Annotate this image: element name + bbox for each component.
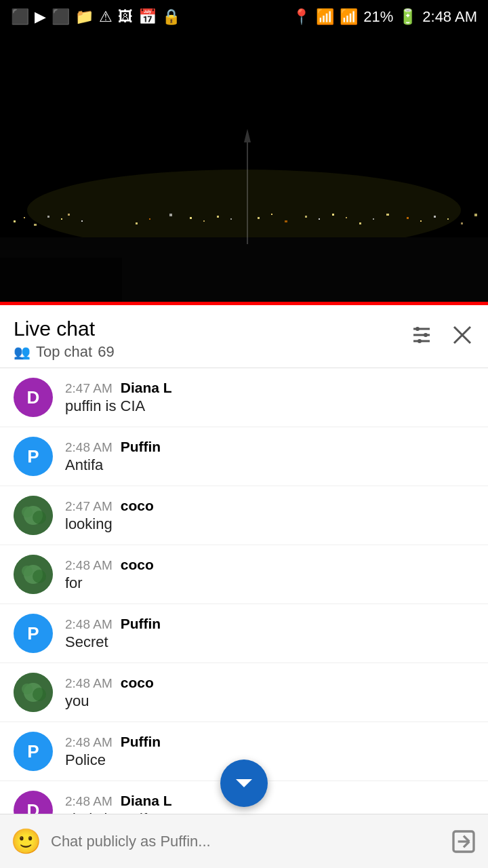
wifi-icon: 📶: [316, 8, 334, 26]
image-icon: 🖼: [118, 8, 133, 26]
svg-rect-36: [0, 302, 488, 305]
chat-title-section: Live chat 👥 Top chat 69: [14, 317, 115, 361]
message-author: Puffin: [121, 439, 161, 455]
svg-rect-34: [474, 214, 477, 216]
m-icon: ⬛: [52, 8, 70, 26]
chat-subtitle: 👥 Top chat 69: [14, 343, 115, 361]
svg-rect-21: [285, 220, 287, 222]
message-author: coco: [121, 498, 154, 514]
chat-title: Live chat: [14, 317, 115, 340]
svg-rect-7: [61, 218, 62, 220]
svg-rect-24: [332, 214, 334, 216]
message-text: puffin is CIA: [65, 397, 474, 415]
signal-icon: 📶: [340, 8, 358, 26]
chat-message: P 2:48 AM Puffin Secret: [0, 604, 488, 663]
avatar: D: [14, 378, 53, 417]
chat-message: D 2:47 AM Diana L puffin is CIA: [0, 368, 488, 427]
close-button[interactable]: [450, 323, 474, 347]
message-time: 2:48 AM: [65, 558, 113, 573]
svg-rect-31: [434, 216, 436, 218]
chat-input[interactable]: [51, 833, 441, 850]
message-meta: 2:48 AM Puffin: [65, 734, 474, 750]
chat-actions: [409, 317, 474, 347]
chat-message: 2:48 AM coco you: [0, 663, 488, 722]
emoji-icon: 🙂: [11, 827, 41, 856]
send-icon: [450, 828, 477, 855]
message-author: Puffin: [121, 734, 161, 750]
message-meta: 2:48 AM coco: [65, 675, 474, 691]
scroll-down-button[interactable]: [220, 760, 268, 807]
message-content: 2:47 AM Diana L puffin is CIA: [65, 380, 474, 415]
message-content: 2:48 AM Puffin Secret: [65, 616, 474, 651]
svg-rect-17: [217, 216, 219, 218]
close-icon: [450, 323, 474, 347]
svg-point-41: [424, 333, 428, 337]
svg-rect-22: [305, 216, 307, 218]
lock-icon: 🔒: [162, 8, 180, 26]
svg-rect-30: [420, 220, 422, 222]
message-content: 2:48 AM Puffin Police: [65, 734, 474, 769]
svg-point-52: [33, 570, 46, 583]
svg-point-51: [22, 566, 33, 576]
avatar: P: [14, 614, 53, 653]
message-author: Diana L: [121, 793, 172, 809]
message-meta: 2:47 AM coco: [65, 498, 474, 514]
folder-icon: 📁: [75, 8, 94, 26]
message-time: 2:48 AM: [65, 617, 113, 632]
message-time: 2:47 AM: [65, 381, 113, 396]
top-chat-label[interactable]: Top chat: [36, 343, 92, 361]
svg-rect-19: [258, 217, 260, 219]
message-author: coco: [121, 557, 154, 573]
message-text: Police: [65, 751, 474, 769]
svg-rect-6: [47, 216, 49, 218]
svg-rect-4: [24, 217, 25, 218]
message-time: 2:48 AM: [65, 676, 113, 691]
svg-point-56: [33, 688, 46, 701]
chat-header: Live chat 👥 Top chat 69: [0, 305, 488, 368]
svg-rect-14: [169, 214, 172, 216]
message-time: 2:48 AM: [65, 735, 113, 750]
avatar: P: [14, 732, 53, 771]
chevron-down-icon: [232, 771, 256, 795]
status-icons-right: 📍 📶 📶 21% 🔋 2:48 AM: [292, 8, 477, 26]
video-player[interactable]: [0, 34, 488, 305]
chat-message: 2:48 AM coco for: [0, 545, 488, 604]
location-icon: 📍: [292, 8, 310, 26]
message-meta: 2:48 AM Diana L: [65, 793, 474, 809]
svg-rect-28: [386, 214, 389, 216]
send-button[interactable]: [450, 828, 477, 855]
emoji-button[interactable]: 🙂: [11, 827, 41, 856]
svg-rect-27: [373, 218, 374, 220]
svg-rect-18: [230, 218, 232, 220]
svg-rect-20: [271, 214, 272, 215]
notification-icon: ⬛: [11, 8, 29, 26]
chat-input-bar: 🙂: [0, 814, 488, 868]
message-content: 2:47 AM coco looking: [65, 498, 474, 533]
status-bar: ⬛ ▶ ⬛ 📁 ⚠ 🖼 📅 🔒 📍 📶 📶 21% 🔋 2:48 AM: [0, 0, 488, 34]
filter-button[interactable]: [409, 323, 434, 347]
svg-point-40: [415, 327, 420, 331]
people-icon: 👥: [14, 344, 30, 360]
svg-rect-15: [190, 217, 192, 219]
chat-message: 2:47 AM coco looking: [0, 486, 488, 545]
calendar-icon: 📅: [138, 8, 157, 26]
svg-point-48: [33, 511, 46, 524]
svg-rect-26: [359, 222, 361, 224]
viewer-count: 69: [98, 343, 114, 361]
message-meta: 2:48 AM Puffin: [65, 439, 474, 455]
svg-rect-33: [461, 222, 463, 224]
video-background: [0, 34, 488, 305]
svg-rect-23: [319, 218, 320, 220]
battery-percent: 21%: [363, 8, 393, 26]
avatar: P: [14, 437, 53, 476]
message-text: you: [65, 692, 474, 710]
message-text: Antifa: [65, 456, 474, 474]
svg-rect-9: [81, 220, 83, 222]
chat-message: P 2:48 AM Puffin Antifa: [0, 427, 488, 486]
svg-rect-13: [149, 218, 150, 220]
message-time: 2:48 AM: [65, 794, 113, 809]
svg-point-42: [418, 339, 422, 343]
svg-rect-8: [68, 214, 70, 216]
message-content: 2:48 AM Puffin Antifa: [65, 439, 474, 474]
svg-point-47: [22, 507, 33, 517]
